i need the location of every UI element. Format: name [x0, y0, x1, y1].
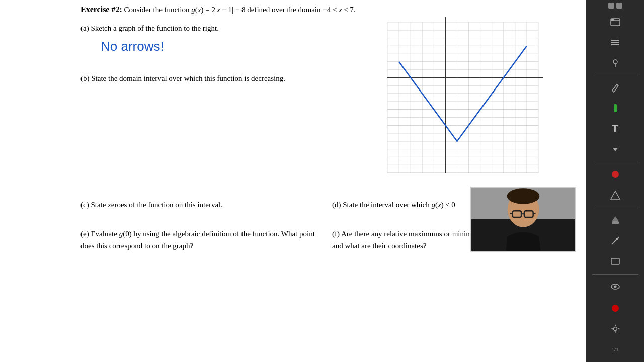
svg-rect-10 — [611, 19, 614, 21]
tool-eye[interactable] — [605, 277, 625, 297]
tool-pen[interactable] — [605, 78, 625, 98]
part-c-text: State zeroes of the function on this int… — [91, 201, 222, 209]
svg-marker-18 — [613, 148, 618, 151]
svg-rect-21 — [612, 221, 619, 224]
page-counter: 1/1 — [605, 340, 625, 359]
divider-2 — [592, 162, 638, 162]
svg-line-8 — [533, 213, 536, 214]
bottom-grid: (c) State zeroes of the function on this… — [80, 199, 576, 252]
tool-shape[interactable] — [605, 186, 625, 205]
exercise-description: Consider the function g(x) = 2|x − 1| − … — [124, 6, 356, 14]
part-e: (e) Evaluate g(0) by using the algebraic… — [80, 228, 325, 252]
no-arrows-handwriting: No arrows! — [101, 39, 362, 54]
tool-white-rect[interactable] — [605, 252, 625, 272]
part-a-text: Sketch a graph of the function to the ri… — [91, 24, 219, 32]
part-d-text: State the interval over which g(x) ≤ 0 — [343, 201, 455, 209]
tool-green-marker[interactable] — [605, 99, 625, 118]
minimize-btn[interactable] — [608, 3, 614, 9]
svg-point-27 — [614, 286, 616, 288]
tool-folder[interactable] — [605, 12, 625, 31]
tool-pin[interactable] — [605, 53, 625, 72]
graph-canvas — [372, 17, 543, 188]
tool-settings[interactable] — [605, 319, 625, 339]
right-toolbar: T 1/1 — [586, 0, 644, 362]
svg-rect-13 — [611, 44, 619, 45]
exercise-title: Exercise #2: — [80, 5, 122, 14]
part-e-text: Evaluate g(0) by using the algebraic def… — [80, 230, 315, 249]
svg-point-19 — [612, 171, 619, 178]
divider-4 — [592, 274, 638, 275]
right-panel — [372, 17, 576, 190]
svg-line-16 — [617, 84, 618, 86]
divider-1 — [592, 75, 638, 75]
part-b: (b) State the domain interval over which… — [80, 74, 362, 83]
svg-rect-17 — [614, 104, 617, 112]
person-svg — [471, 187, 575, 252]
svg-point-29 — [613, 327, 617, 331]
tool-dropdown-arrow[interactable] — [605, 140, 625, 159]
main-content: Exercise #2: Consider the function g(x) … — [0, 0, 586, 362]
divider-3 — [592, 208, 638, 208]
tool-record-red[interactable] — [605, 299, 625, 318]
tool-red-dot[interactable] — [605, 165, 625, 185]
part-f: (f) Are there any relative maximums or m… — [332, 228, 576, 252]
svg-marker-22 — [612, 216, 619, 221]
svg-point-14 — [613, 60, 617, 64]
tool-text[interactable]: T — [605, 119, 625, 139]
left-panel: (a) Sketch a graph of the function to th… — [80, 17, 362, 190]
svg-marker-20 — [611, 191, 620, 199]
svg-line-7 — [510, 213, 513, 214]
part-a: (a) Sketch a graph of the function to th… — [80, 24, 362, 33]
svg-point-3 — [507, 188, 540, 204]
tool-eraser[interactable] — [605, 211, 625, 230]
maximize-btn[interactable] — [616, 3, 622, 9]
tool-layers[interactable] — [605, 32, 625, 52]
svg-point-28 — [612, 305, 619, 312]
part-c: (c) State zeroes of the function on this… — [80, 199, 325, 211]
tool-arrow[interactable] — [605, 231, 625, 251]
svg-rect-12 — [611, 42, 619, 43]
part-b-text: State the domain interval over which thi… — [91, 74, 285, 82]
svg-rect-11 — [611, 40, 619, 41]
svg-rect-25 — [611, 258, 619, 264]
webcam-thumbnail — [470, 187, 576, 252]
page-counter-text: 1/1 — [611, 346, 618, 352]
webcam-person — [471, 188, 575, 251]
